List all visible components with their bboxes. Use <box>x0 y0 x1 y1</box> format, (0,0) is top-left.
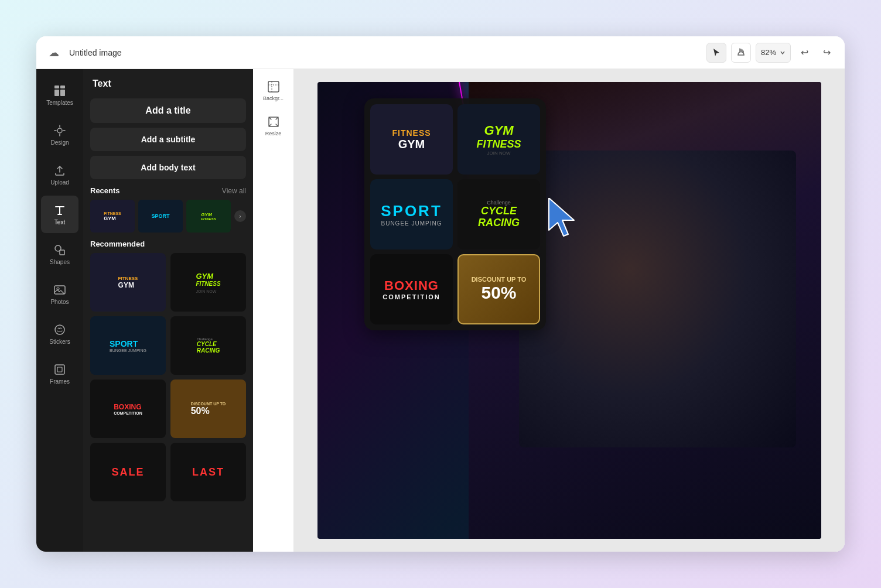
discount-text: DISCOUNT UP TO 50% <box>191 402 226 416</box>
sidebar-label-design: Design <box>50 139 69 146</box>
recent-fitness-l2: GYM <box>104 216 121 221</box>
template-discount[interactable]: DISCOUNT UP TO 50% <box>170 380 246 438</box>
add-title-button[interactable]: Add a title <box>90 98 246 123</box>
popup-competition-label: COMPETITION <box>383 293 440 300</box>
app-window: ☁ Untitled image 82% ↩ ↪ <box>36 36 845 552</box>
canvas-content[interactable]: FITNESS GYM GYM FITNESS JOIN NOW <box>294 69 845 552</box>
sidebar-label-text: Text <box>54 219 65 225</box>
cloud-icon: ☁ <box>46 45 62 61</box>
sidebar-item-text[interactable]: Text <box>41 196 78 233</box>
resize-tool[interactable]: Resize <box>257 109 290 142</box>
popup-cycle-racing[interactable]: Challenge CYCLERACING <box>457 179 540 249</box>
recent-gym-text: GYM FITNESS <box>201 212 216 221</box>
gym-fitness-sub: JOIN NOW <box>196 289 220 293</box>
add-subtitle-button[interactable]: Add a subtitle <box>90 128 246 151</box>
sidebar-item-photos[interactable]: Photos <box>41 275 78 313</box>
sidebar-item-upload[interactable]: Upload <box>41 156 78 193</box>
person-figure <box>519 151 796 447</box>
recent-item-2[interactable]: SPORT <box>138 200 183 233</box>
popup-sport-label: SPORT <box>381 202 442 220</box>
background-tool[interactable]: Backgr... <box>257 74 290 107</box>
sidebar-item-frames[interactable]: Frames <box>41 355 78 392</box>
popup-sport-text: SPORT BUNGEE JUMPING <box>381 202 442 227</box>
svg-point-9 <box>55 325 64 334</box>
redo-button[interactable]: ↪ <box>818 44 835 61</box>
last-label: LAST <box>192 466 224 478</box>
recents-header: Recents View all <box>90 186 246 195</box>
template-sport-bungee[interactable]: SPORT BUNGEE JUMPING <box>90 316 166 375</box>
recent-sport-text: SPORT <box>151 213 169 219</box>
sidebar-item-templates[interactable]: Templates <box>41 76 78 114</box>
popup-gym-fitness[interactable]: GYM FITNESS JOIN NOW <box>457 104 540 175</box>
fitness-label2: FITNESS <box>196 281 220 287</box>
template-cycle-racing[interactable]: Challenge CYCLERACING <box>170 316 246 375</box>
recent-fitness-text: FITNESS GYM <box>104 211 121 221</box>
pointer-tool-button[interactable] <box>706 43 726 63</box>
popup-panel: FITNESS GYM GYM FITNESS JOIN NOW <box>364 98 546 330</box>
view-all-button[interactable]: View all <box>222 187 246 195</box>
popup-boxing[interactable]: BOXING COMPETITION <box>370 254 453 324</box>
side-toolbar: Backgr... Resize <box>253 69 294 552</box>
popup-fitness-gym-text: FITNESS GYM <box>392 128 431 151</box>
discount-value: 50% <box>191 406 226 416</box>
add-body-button[interactable]: Add body text <box>90 156 246 179</box>
svg-rect-3 <box>60 90 65 96</box>
top-bar: ☁ Untitled image 82% ↩ ↪ <box>36 36 845 69</box>
sidebar-item-stickers[interactable]: Stickers <box>41 315 78 353</box>
recents-chevron[interactable]: › <box>234 210 246 222</box>
recommended-header: Recommended <box>90 240 246 248</box>
popup-gym-label: GYM <box>476 123 521 138</box>
svg-point-8 <box>57 288 59 290</box>
sport-bungee-text: SPORT BUNGEE JUMPING <box>110 339 146 353</box>
sidebar-label-photos: Photos <box>50 299 69 305</box>
template-gym-fitness[interactable]: GYM FITNESS JOIN NOW <box>170 253 246 312</box>
bungee-label: BUNGEE JUMPING <box>110 348 146 353</box>
template-last[interactable]: LAST <box>170 443 246 501</box>
undo-button[interactable]: ↩ <box>795 44 813 61</box>
popup-gym-fitness-text: GYM FITNESS JOIN NOW <box>476 123 521 156</box>
popup-discount-label: DISCOUNT UP TO <box>472 276 527 283</box>
popup-discount[interactable]: DISCOUNT UP TO 50% <box>457 254 540 324</box>
zoom-value: 82% <box>761 48 776 57</box>
gym-label: GYM <box>118 281 138 289</box>
recommended-label: Recommended <box>90 240 145 248</box>
sidebar-icons: Templates Design Upload T <box>36 69 83 552</box>
recent-gym-l1: GYM <box>201 212 216 217</box>
sidebar-label-shapes: Shapes <box>50 259 70 265</box>
panel-body: Add a title Add a subtitle Add body text… <box>83 94 253 552</box>
sidebar-label-upload: Upload <box>50 179 69 186</box>
sidebar-label-frames: Frames <box>50 378 70 385</box>
template-sale[interactable]: SALE <box>90 443 166 501</box>
recent-fitness-l1: FITNESS <box>104 211 121 216</box>
svg-point-4 <box>57 128 62 133</box>
svg-rect-12 <box>268 81 279 92</box>
popup-fitness-gym[interactable]: FITNESS GYM <box>370 104 453 175</box>
template-boxing[interactable]: BOXING COMPETITION <box>90 380 166 438</box>
popup-discount-value: 50% <box>472 283 527 303</box>
template-fitness-gym[interactable]: FITNESS GYM <box>90 253 166 312</box>
popup-cycle-label: CYCLERACING <box>478 206 520 229</box>
popup-gym-label: GYM <box>392 138 431 151</box>
gym-fitness-text: GYM FITNESS JOIN NOW <box>196 272 220 293</box>
cycle-racing-text: Challenge CYCLERACING <box>197 337 220 354</box>
svg-rect-10 <box>55 365 64 374</box>
popup-fitness-label: FITNESS <box>392 128 431 138</box>
recents-row: FITNESS GYM SPORT GYM FITNESS <box>90 200 246 233</box>
boxing-text: BOXING COMPETITION <box>114 403 142 415</box>
sidebar-item-shapes[interactable]: Shapes <box>41 235 78 273</box>
gym-label2: GYM <box>196 272 220 281</box>
boxing-label: BOXING <box>114 403 142 411</box>
competition-label: COMPETITION <box>114 411 142 415</box>
recent-item-1[interactable]: FITNESS GYM <box>90 200 135 233</box>
recent-item-3[interactable]: GYM FITNESS <box>186 200 231 233</box>
svg-rect-1 <box>60 86 65 88</box>
popup-sport-bungee[interactable]: SPORT BUNGEE JUMPING <box>370 179 453 249</box>
background-label: Backgr... <box>263 95 284 101</box>
zoom-control[interactable]: 82% <box>756 43 791 63</box>
svg-rect-2 <box>54 90 59 96</box>
canvas-area: Backgr... Resize <box>253 69 845 552</box>
popup-boxing-text: BOXING COMPETITION <box>383 278 440 300</box>
sidebar-item-design[interactable]: Design <box>41 116 78 153</box>
hand-tool-button[interactable] <box>731 43 751 63</box>
svg-rect-0 <box>54 86 59 88</box>
